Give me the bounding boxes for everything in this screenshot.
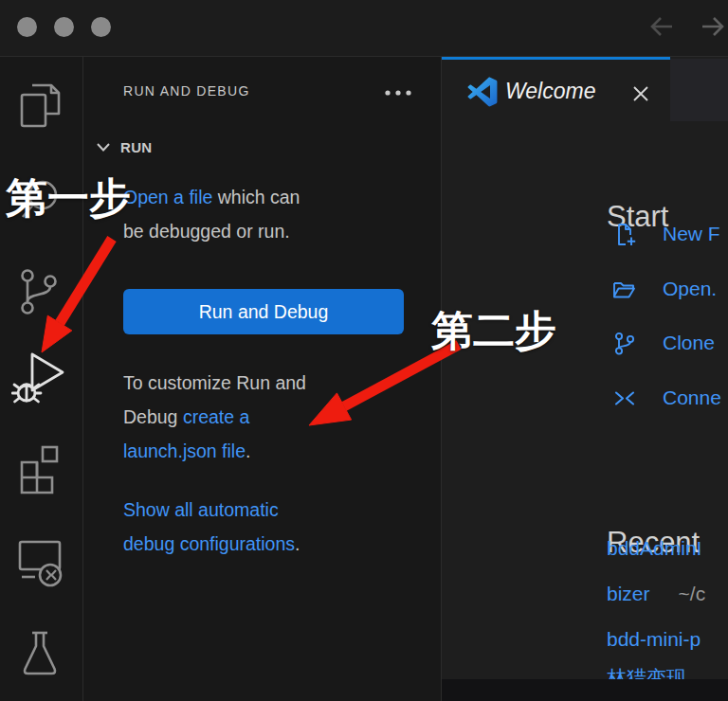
tab-bar-filler [670, 59, 728, 121]
close-tab-button[interactable] [629, 82, 652, 105]
welcome-page: Start New F Open. [442, 126, 728, 679]
start-item-label: Clone [663, 332, 715, 354]
panel-more-actions-button[interactable] [384, 87, 412, 99]
start-item-label: New F [663, 223, 720, 245]
text-span: be debugged or run. [123, 221, 290, 242]
start-item-connect[interactable]: Conne [611, 384, 721, 412]
minimize-window-button[interactable] [54, 17, 74, 37]
activity-source-control-button[interactable] [11, 263, 68, 322]
vscode-logo-icon [467, 77, 498, 107]
activity-remote-explorer-button[interactable] [11, 532, 68, 591]
recent-item[interactable]: bdd-mini-p [607, 628, 728, 653]
new-file-icon [611, 222, 637, 247]
run-section-header[interactable]: RUN [93, 135, 152, 158]
tab-welcome[interactable]: Welcome [442, 57, 670, 126]
start-item-label: Conne [663, 386, 721, 409]
activity-extensions-button[interactable] [11, 440, 68, 498]
panel-title: RUN AND DEBUG [123, 83, 250, 99]
run-section-label: RUN [120, 139, 152, 155]
debug-intro-text: Open a file which canbe debugged or run. [123, 180, 300, 248]
extensions-icon [11, 440, 68, 498]
open-folder-icon [611, 277, 637, 302]
activity-search-button[interactable] [11, 171, 68, 229]
close-window-button[interactable] [17, 17, 37, 37]
recent-item-link[interactable]: bizer [607, 583, 650, 604]
activity-bar [0, 57, 83, 701]
start-item-open[interactable]: Open. [611, 275, 717, 303]
activity-run-debug-button[interactable] [11, 347, 68, 405]
git-branch-icon [611, 331, 637, 356]
text-span: . [246, 440, 250, 461]
ellipsis-icon [384, 87, 412, 99]
source-control-icon [11, 263, 68, 322]
text-link[interactable]: Open a file [123, 187, 212, 207]
testing-flask-icon [11, 625, 68, 684]
title-bar [0, 0, 728, 57]
activity-explorer-button[interactable] [11, 78, 68, 136]
recent-item-link[interactable]: bddAdminI [607, 537, 701, 559]
vscode-window: RUN AND DEBUG RUN Open a file which canb… [0, 0, 728, 701]
run-and-debug-button[interactable]: Run and Debug [123, 289, 404, 334]
editor-group: Welcome Start New F [442, 57, 728, 701]
arrow-left-icon [646, 10, 678, 43]
text-link[interactable]: create a [183, 406, 249, 427]
run-debug-icon [11, 347, 68, 413]
text-link[interactable]: launch.json file [123, 440, 246, 461]
editor-bottom-strip [442, 679, 728, 701]
recent-item[interactable]: bizer~/c [607, 583, 705, 607]
text-span: . [295, 533, 300, 554]
remote-explorer-icon [11, 532, 68, 591]
text-link[interactable]: debug configurations [123, 533, 295, 554]
recent-item-link[interactable]: 林猎变现 [607, 667, 686, 679]
text-link[interactable]: Show all automatic [123, 499, 279, 520]
arrow-right-icon [697, 10, 728, 43]
files-icon [11, 78, 68, 136]
show-all-configurations-text: Show all automaticdebug configurations. [123, 493, 300, 561]
remote-connect-icon [611, 386, 637, 411]
tab-title: Welcome [505, 79, 595, 104]
recent-item[interactable]: bddAdminI [607, 537, 728, 562]
navigate-back-button[interactable] [646, 10, 678, 43]
chevron-down-icon [93, 136, 114, 157]
search-icon [11, 171, 68, 229]
customize-launch-text: To customize Run andDebug create alaunch… [123, 366, 306, 468]
text-span: which can [212, 187, 300, 207]
activity-testing-button[interactable] [11, 625, 68, 684]
run-debug-side-panel: RUN AND DEBUG RUN Open a file which canb… [83, 57, 442, 701]
recent-item-path: ~/c [679, 583, 706, 604]
start-item-label: Open. [663, 278, 717, 300]
maximize-window-button[interactable] [91, 17, 111, 37]
text-span: Debug [123, 406, 183, 427]
recent-item[interactable]: 林猎变现 [607, 665, 686, 679]
navigate-forward-button[interactable] [697, 10, 728, 43]
close-icon [629, 82, 652, 105]
text-span: To customize Run and [123, 372, 306, 393]
start-item-clone[interactable]: Clone [611, 329, 715, 357]
start-item-new-file[interactable]: New F [611, 220, 720, 248]
recent-item-link[interactable]: bdd-mini-p [607, 628, 701, 650]
